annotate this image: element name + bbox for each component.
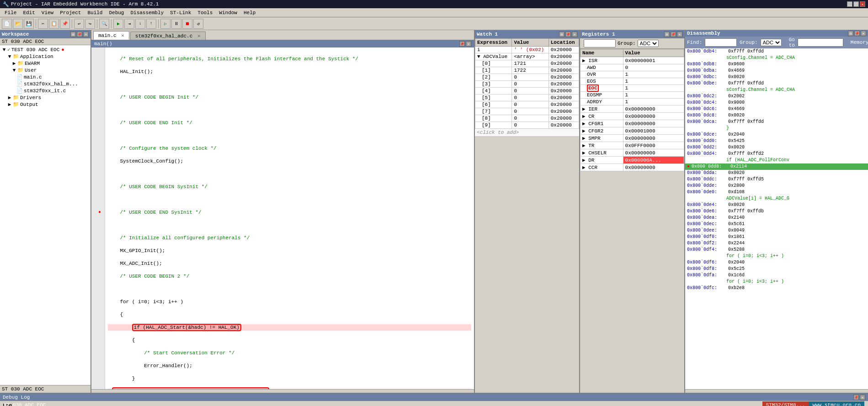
menu-stlink[interactable]: ST-Link bbox=[167, 10, 194, 16]
menu-debug[interactable]: Debug bbox=[106, 10, 127, 16]
registers-group-select[interactable]: ADC bbox=[638, 40, 659, 47]
workspace-config-button[interactable]: ⚙ bbox=[70, 32, 76, 37]
menu-window[interactable]: Window bbox=[216, 10, 240, 16]
disasm-addr-9: 0x800`0dc4: bbox=[687, 100, 728, 106]
workspace-pin-button[interactable]: 📌 bbox=[77, 32, 82, 37]
expand-ccr-icon[interactable]: ▶ bbox=[582, 165, 586, 170]
new-file-button[interactable]: 📄 bbox=[2, 19, 12, 29]
disasm-goto-label: Go to bbox=[789, 37, 795, 48]
disasm-line-17: 0x800`0dd4: 0xf7ff 0xffd2 bbox=[685, 151, 868, 157]
tree-item-hal[interactable]: 📄 stm32f0xx_hal_m... bbox=[1, 80, 90, 87]
expand-isr-icon[interactable]: ▶ bbox=[582, 58, 586, 63]
editor-scrollbar[interactable] bbox=[91, 389, 474, 393]
menu-tools[interactable]: Tools bbox=[195, 10, 215, 16]
disasm-pin-button[interactable]: 📌 bbox=[854, 31, 860, 36]
debug-log-pin-button[interactable]: 📌 bbox=[853, 395, 859, 400]
disasm-goto-input[interactable] bbox=[798, 38, 843, 47]
menu-help[interactable]: Help bbox=[241, 10, 258, 16]
tab-mainc-close[interactable]: ✕ bbox=[121, 33, 124, 38]
window-controls[interactable]: _ □ ✕ bbox=[847, 1, 865, 7]
line-num-24 bbox=[93, 196, 103, 203]
expand-chselr-icon[interactable]: ▶ bbox=[582, 150, 586, 156]
disasm-addr-22: 0x800`0dde: bbox=[687, 183, 728, 189]
menu-disassembly[interactable]: Disassembly bbox=[128, 10, 166, 16]
play-button[interactable]: ▷ bbox=[160, 19, 170, 29]
code-area[interactable]: /* Reset of all peripherals, Initializes… bbox=[105, 47, 474, 389]
editor-content: ● bbox=[91, 47, 474, 389]
registers-pin-button[interactable]: 📌 bbox=[671, 32, 676, 37]
open-button[interactable]: 📂 bbox=[13, 19, 23, 29]
expand-tr-icon[interactable]: ▶ bbox=[582, 143, 586, 148]
tree-item-itc[interactable]: 📄 stm32f0xx_it.c bbox=[1, 87, 90, 94]
disasm-addr-1: 0x800`0db4: bbox=[687, 48, 728, 55]
find-button[interactable]: 🔍 bbox=[99, 19, 109, 29]
reg-val-smpr: 0x00000000 bbox=[623, 135, 684, 142]
code-line-5 bbox=[108, 107, 471, 113]
menu-view[interactable]: View bbox=[39, 10, 56, 16]
watch-pin-button[interactable]: 📌 bbox=[565, 32, 571, 37]
disasm-scrollbar[interactable] bbox=[685, 389, 868, 393]
maximize-button[interactable]: □ bbox=[853, 1, 859, 7]
expand-cfgr1-icon[interactable]: ▶ bbox=[582, 121, 586, 127]
editor-close-button[interactable]: ✕ bbox=[466, 41, 471, 47]
expand-cr-icon[interactable]: ▶ bbox=[582, 114, 586, 119]
tree-item-mainc[interactable]: 📄 main.c bbox=[1, 74, 90, 80]
expand-smpr-icon[interactable]: ▶ bbox=[582, 136, 586, 141]
line-num-3 bbox=[93, 62, 103, 69]
menu-build[interactable]: Build bbox=[85, 10, 105, 16]
stop-button[interactable]: ⏹ bbox=[182, 19, 192, 29]
editor-pin-button[interactable]: 📌 bbox=[459, 41, 465, 47]
tab-hal-adc[interactable]: stm32f0xx_hal_adc.c ✕ bbox=[130, 32, 206, 40]
pause-button[interactable]: ⏸ bbox=[171, 19, 181, 29]
watch-add-row[interactable]: <click to add> bbox=[475, 129, 579, 136]
tab-mainc[interactable]: main.c ✕ bbox=[93, 31, 129, 40]
cut-button[interactable]: ✂ bbox=[38, 19, 48, 29]
tree-item-output[interactable]: ▶ 📁 Output bbox=[1, 101, 90, 108]
paste-button[interactable]: 📌 bbox=[60, 19, 70, 29]
workspace-close-button[interactable]: ✕ bbox=[83, 32, 89, 37]
disasm-panel-header: Disassembly ⚙ 📌 ✕ Find: Group: bbox=[685, 30, 868, 48]
expand-ier-icon[interactable]: ▶ bbox=[582, 106, 586, 112]
disasm-find-input[interactable] bbox=[705, 38, 737, 47]
step-in-button[interactable]: ↓ bbox=[135, 19, 145, 29]
disasm-config-button[interactable]: ⚙ bbox=[848, 31, 853, 36]
disasm-close-button[interactable]: ✕ bbox=[861, 31, 866, 36]
expand-cfgr2-icon[interactable]: ▶ bbox=[582, 128, 586, 134]
tree-item-user[interactable]: ▼ 📁 User bbox=[1, 67, 90, 74]
title-bar: 🔧 Project - IAR Embedded Workbench IDE -… bbox=[0, 0, 868, 8]
registers-close-button[interactable]: ✕ bbox=[677, 32, 682, 37]
step-over-button[interactable]: ⇥ bbox=[124, 19, 134, 29]
save-button[interactable]: 💾 bbox=[24, 19, 34, 29]
menu-project[interactable]: Project bbox=[57, 10, 84, 16]
tree-item-ewarm[interactable]: ▶ 📁 EWARM bbox=[1, 60, 90, 67]
expand-dr-icon[interactable]: ▶ bbox=[582, 158, 586, 163]
watch-panel-title: Watch 1 bbox=[477, 32, 498, 37]
watch-close-button[interactable]: ✕ bbox=[572, 32, 577, 37]
disasm-group-select[interactable]: ADC bbox=[761, 39, 782, 46]
tree-item-drivers[interactable]: ▶ 📁 Drivers bbox=[1, 94, 90, 101]
menu-edit[interactable]: Edit bbox=[20, 10, 37, 16]
redo-button[interactable]: ↪ bbox=[85, 19, 95, 29]
debug-log-close-button[interactable]: ✕ bbox=[860, 395, 865, 400]
disasm-line-15: 0x800`0dd0: 0x5425 bbox=[685, 138, 868, 144]
minimize-button[interactable]: _ bbox=[847, 1, 852, 7]
line-num-27 bbox=[93, 216, 103, 222]
tree-item-application[interactable]: ▼ 📁 Application bbox=[1, 53, 90, 60]
tree-item-test030[interactable]: ▼ ✓ TEST 030 ADC EOC ● bbox=[1, 46, 90, 53]
registers-find-input[interactable] bbox=[584, 39, 616, 47]
registers-config-button[interactable]: ⚙ bbox=[664, 32, 670, 37]
tab-hal-adc-close[interactable]: ✕ bbox=[197, 33, 201, 39]
close-button[interactable]: ✕ bbox=[860, 1, 865, 7]
line-num-22 bbox=[93, 184, 103, 190]
undo-button[interactable]: ↩ bbox=[74, 19, 84, 29]
watch-expr-adcvalue[interactable]: ▼ ADCValue bbox=[475, 53, 512, 60]
code-text-4: /* USER CODE BEGIN Init */ bbox=[108, 94, 198, 100]
copy-button[interactable]: 📋 bbox=[49, 19, 59, 29]
disasm-line-28: 0x800`0dec: 0x5c61 bbox=[685, 221, 868, 227]
menu-file[interactable]: File bbox=[2, 10, 19, 16]
step-out-button[interactable]: ↑ bbox=[146, 19, 156, 29]
editor-header: main() 📌 ✕ bbox=[91, 40, 474, 47]
reset-button[interactable]: ↺ bbox=[193, 19, 203, 29]
debug-go-button[interactable]: ▶ bbox=[113, 19, 123, 29]
watch-config-button[interactable]: ⚙ bbox=[559, 32, 564, 37]
